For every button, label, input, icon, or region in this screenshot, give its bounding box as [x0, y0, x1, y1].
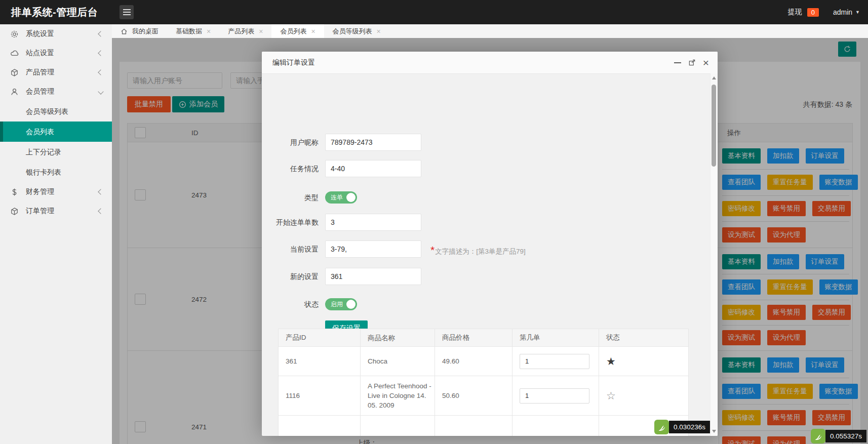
chevron-left-icon [98, 50, 103, 56]
star-filled-icon[interactable]: ★ [606, 356, 616, 367]
status-cell: ☆ [599, 376, 688, 415]
sidebar-item-3[interactable]: 会员管理 [0, 82, 112, 101]
sidebar-subitem-3-2[interactable]: 上下分记录 [0, 142, 112, 162]
sidebar-subitem-3-1[interactable]: 会员列表 [0, 122, 112, 142]
current-input[interactable] [325, 240, 421, 258]
tab-label: 产品列表 [228, 27, 254, 36]
user-menu[interactable]: admin ▼ [833, 8, 860, 16]
sidebar-item-4[interactable]: 财务管理 [0, 182, 112, 201]
nickname-label: 用户昵称 [262, 134, 319, 151]
tab-0[interactable]: 我的桌面 [112, 24, 167, 38]
sidebar-subitem-3-3[interactable]: 银行卡列表 [0, 162, 112, 182]
scroll-down-arrow[interactable] [712, 430, 716, 433]
order-no-input[interactable] [520, 436, 589, 436]
order-no-input[interactable] [520, 354, 589, 369]
order-no-cell [512, 347, 599, 376]
chevron-left-icon [98, 69, 103, 75]
type-toggle[interactable]: 连单 [325, 191, 357, 204]
withdraw-count-badge[interactable]: 0 [807, 8, 819, 17]
page-debug-time: 0.055327s [825, 430, 866, 442]
col-product-name: 商品名称 [361, 329, 435, 346]
tab-label: 我的桌面 [132, 27, 159, 36]
withdraw-link[interactable]: 提现 [788, 8, 802, 17]
sidebar-item-label: 站点设置 [26, 49, 99, 58]
col-product-price: 商品价格 [435, 329, 512, 346]
product-row: 1117Adon Olam51.40☆ [278, 416, 689, 436]
tab-close-icon[interactable]: × [207, 28, 211, 35]
current-label: 当前设置 [262, 240, 319, 258]
status-toggle[interactable]: 启用 [325, 298, 357, 310]
col-order-no: 第几单 [512, 329, 599, 346]
sidebar-item-label: 会员管理 [26, 87, 99, 96]
sidebar-item-0[interactable]: 系统设置 [0, 24, 112, 44]
product-price-cell: 51.40 [435, 416, 512, 436]
product-id-cell: 1116 [279, 376, 361, 415]
tab-3[interactable]: 会员列表× [271, 24, 324, 38]
cube-icon [10, 68, 19, 77]
nickname-input[interactable] [325, 134, 421, 151]
cube-icon [10, 207, 19, 216]
chevron-down-icon [98, 89, 103, 94]
field-current: 当前设置 *文字描述为：[第3单是产品79] [262, 240, 711, 258]
chevron-left-icon [98, 31, 103, 36]
tab-close-icon[interactable]: × [259, 28, 263, 35]
task-input[interactable] [325, 160, 421, 177]
sidebar-item-1[interactable]: 站点设置 [0, 44, 112, 63]
toggle-knob [346, 300, 356, 309]
scroll-up-arrow[interactable] [712, 76, 716, 79]
sidebar-item-label: 产品管理 [26, 68, 99, 77]
sidebar: 系统设置站点设置产品管理会员管理会员等级列表会员列表上下分记录银行卡列表财务管理… [0, 24, 112, 444]
dollar-icon [10, 188, 19, 196]
tab-4[interactable]: 会员等级列表× [324, 24, 389, 38]
chevron-down-icon: ▼ [855, 10, 860, 15]
scrollbar-thumb[interactable] [712, 85, 716, 167]
thinkphp-icon [654, 420, 669, 434]
modal-scrollbar[interactable] [710, 73, 718, 436]
top-header: 排单系统-管理后台 提现 0 admin ▼ [0, 0, 868, 24]
page-debug-badge[interactable]: 0.055327s [811, 429, 866, 443]
minimize-icon[interactable] [672, 52, 683, 73]
tab-bar: 我的桌面基础数据×产品列表×会员列表×会员等级列表× [112, 24, 868, 38]
product-table: 产品ID 商品名称 商品价格 第几单 状态 361Choca49.60★1116… [278, 329, 689, 436]
user-icon [10, 88, 19, 96]
product-name-cell: Choca [361, 347, 435, 376]
cloud-icon [10, 49, 19, 58]
current-setting-note: *文字描述为：[第3单是产品79] [430, 245, 526, 256]
tab-close-icon[interactable]: × [377, 28, 381, 35]
product-id-cell: 1117 [279, 416, 361, 436]
close-icon[interactable]: × [700, 52, 712, 73]
toggle-knob [346, 193, 356, 202]
modal-debug-time: 0.030236s [669, 421, 710, 433]
field-nickname: 用户昵称 [262, 134, 711, 151]
maximize-icon[interactable] [686, 52, 697, 73]
field-start-count: 开始连单单数 [262, 214, 711, 231]
field-task: 任务情况 [262, 160, 711, 177]
home-icon [121, 28, 128, 35]
product-price-cell: 50.60 [435, 376, 512, 415]
status-label: 状态 [262, 296, 319, 313]
sidebar-subitem-3-0[interactable]: 会员等级列表 [0, 101, 112, 122]
tab-1[interactable]: 基础数据× [167, 24, 219, 38]
sidebar-item-5[interactable]: 订单管理 [0, 201, 112, 221]
menu-toggle-button[interactable] [120, 5, 134, 19]
tab-close-icon[interactable]: × [311, 28, 315, 35]
edit-order-modal: 编辑订单设置 × 用户昵称 任务情况 类型 连单 开始连单单数 当前设置 *文字… [262, 52, 718, 436]
modal-header: 编辑订单设置 × [262, 52, 718, 74]
product-name-cell: A Perfect Teenhood - Live in Cologne 14.… [361, 376, 435, 415]
modal-debug-badge[interactable]: 0.030236s [654, 420, 710, 434]
thinkphp-icon [811, 429, 825, 443]
status-cell: ★ [599, 347, 688, 376]
type-label: 类型 [262, 189, 319, 206]
sidebar-item-2[interactable]: 产品管理 [0, 63, 112, 82]
order-no-input[interactable] [520, 388, 589, 403]
product-row: 1116A Perfect Teenhood - Live in Cologne… [278, 376, 689, 416]
start-count-input[interactable] [325, 214, 421, 231]
tab-2[interactable]: 产品列表× [219, 24, 271, 38]
sidebar-item-label: 订单管理 [26, 207, 99, 216]
tab-label: 会员列表 [280, 27, 306, 36]
task-label: 任务情况 [262, 160, 319, 177]
col-product-id: 产品ID [279, 329, 361, 346]
order-no-cell [512, 416, 599, 436]
product-row: 361Choca49.60★ [278, 347, 689, 376]
star-outline-icon[interactable]: ☆ [606, 390, 616, 401]
